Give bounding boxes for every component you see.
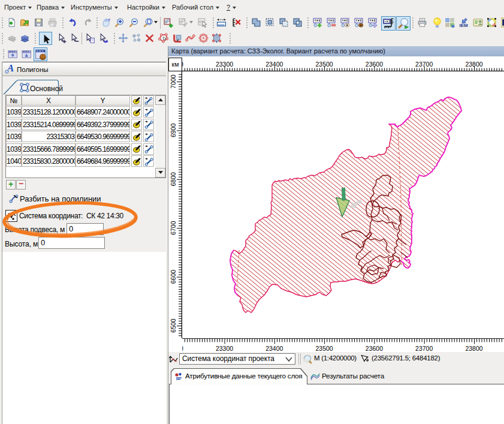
svg-text:23700: 23700 xyxy=(415,345,433,352)
svg-text:23400: 23400 xyxy=(265,61,283,68)
svg-text:6900: 6900 xyxy=(170,124,177,138)
svg-text:23300: 23300 xyxy=(216,61,233,68)
svg-text:6800: 6800 xyxy=(170,172,177,187)
svg-text:23500: 23500 xyxy=(315,61,333,68)
svg-text:23700: 23700 xyxy=(415,61,433,68)
svg-text:23800: 23800 xyxy=(465,345,482,352)
svg-text:23600: 23600 xyxy=(366,345,383,352)
svg-text:23400: 23400 xyxy=(265,345,283,352)
svg-text:23200: 23200 xyxy=(168,345,183,352)
svg-text:6700: 6700 xyxy=(170,221,177,235)
svg-text:23500: 23500 xyxy=(315,345,333,352)
svg-text:23800: 23800 xyxy=(465,61,482,68)
svg-text:23600: 23600 xyxy=(366,61,383,68)
svg-text:7000: 7000 xyxy=(170,74,177,89)
svg-text:6500: 6500 xyxy=(170,318,177,333)
svg-text:23300: 23300 xyxy=(216,345,233,352)
svg-text:IEM: IEM xyxy=(459,23,468,28)
svg-text:6600: 6600 xyxy=(170,270,177,284)
